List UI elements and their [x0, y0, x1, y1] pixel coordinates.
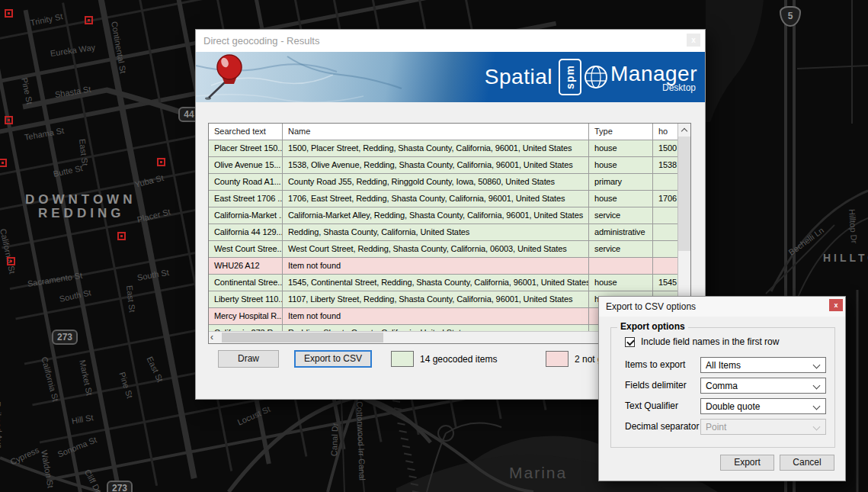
cell-name: Redding, Shasta County, California, Unit…: [283, 224, 589, 240]
dialog-title: Direct geocoding - Results: [203, 35, 319, 47]
table-row[interactable]: Placer Street 150... 1500, Placer Street…: [209, 140, 679, 157]
cell-searched: Mercy Hospital R...: [209, 308, 283, 324]
cell-type: [589, 258, 653, 274]
scroll-left-icon[interactable]: [210, 333, 221, 342]
map-street-label: DOWNTOWN: [25, 192, 136, 207]
draw-button[interactable]: Draw: [218, 350, 279, 368]
cell-type: service: [589, 241, 653, 257]
scroll-up-icon[interactable]: [678, 124, 690, 136]
table-row[interactable]: County Road A1... County Road J55, Reddi…: [209, 174, 679, 191]
cell-number: [653, 258, 679, 274]
cell-number: [653, 224, 679, 240]
chevron-down-icon: [813, 382, 821, 390]
table-row[interactable]: WHU26 A12 Item not found: [209, 258, 679, 275]
geocoded-point-marker[interactable]: [85, 16, 93, 24]
scrollbar-thumb[interactable]: [678, 137, 690, 251]
table-row[interactable]: California 44 129... Redding, Shasta Cou…: [209, 224, 679, 241]
geocoded-point-marker[interactable]: [7, 257, 15, 265]
road-shield-273: 273: [107, 481, 133, 492]
close-icon[interactable]: x: [829, 299, 843, 311]
cell-name: West Court Street, Redding, Shasta Count…: [283, 241, 589, 257]
cell-number: 1538: [653, 157, 679, 173]
text-qualifier-label: Text Qualifier: [625, 400, 678, 411]
cell-number: 1500: [653, 140, 679, 156]
include-field-names-checkbox[interactable]: [625, 337, 635, 347]
map-street-label: Canal Dr: [329, 423, 340, 456]
col-type[interactable]: Type: [589, 124, 653, 140]
fields-delimiter-select[interactable]: Comma: [700, 378, 826, 394]
table-row[interactable]: Continental Stree... 1545, Continental S…: [209, 275, 679, 291]
export-button[interactable]: Export: [720, 455, 774, 471]
cell-searched: WHU26 A12: [209, 258, 283, 274]
cell-number: [653, 207, 679, 223]
col-searched-text[interactable]: Searched text: [209, 124, 283, 140]
cell-searched: California-Market ...: [209, 207, 283, 223]
cell-name: 1538, Olive Avenue, Redding, Shasta Coun…: [283, 157, 589, 173]
cell-type: service: [589, 207, 653, 223]
export-to-csv-button[interactable]: Export to CSV: [294, 350, 372, 368]
cell-type: house: [589, 275, 653, 291]
chevron-down-icon: [813, 423, 821, 431]
cell-searched: Liberty Street 110...: [209, 291, 283, 307]
checkbox-label: Include field names in the first row: [641, 336, 779, 347]
geocoded-count-label: 14 geocoded items: [420, 354, 497, 365]
cell-number: [653, 174, 679, 190]
map-street-label: Marina: [509, 464, 567, 482]
spm-logo-box: spm: [559, 59, 581, 95]
geocoded-point-marker[interactable]: [117, 232, 126, 240]
text-qualifier-select[interactable]: Double quote: [700, 398, 826, 414]
cell-searched: Continental Stree...: [209, 275, 283, 291]
cell-name: 1107, Liberty Street, Redding, Shasta Co…: [283, 291, 589, 307]
cell-type: house: [589, 191, 653, 207]
dialog-titlebar[interactable]: Direct geocoding - Results x: [196, 30, 705, 52]
road-shield-273: 273: [52, 330, 78, 345]
cell-name: 1706, East Street, Redding, Shasta Count…: [283, 191, 589, 207]
spatial-manager-logo: Spatial spm Manager Desktop: [485, 59, 697, 95]
globe-icon: [583, 64, 609, 90]
items-to-export-select[interactable]: All Items: [700, 357, 826, 373]
cancel-button[interactable]: Cancel: [780, 455, 834, 471]
decimal-separator-label: Decimal separator: [625, 421, 699, 432]
geocoded-point-marker[interactable]: [157, 158, 165, 166]
cell-type: primary: [589, 174, 653, 190]
close-icon[interactable]: x: [687, 34, 700, 47]
export-options-group: Export options Include field names in th…: [610, 327, 835, 448]
table-row[interactable]: Olive Avenue 15... 1538, Olive Avenue, R…: [209, 157, 679, 174]
scrollbar-thumb[interactable]: [222, 333, 383, 342]
cell-searched: West Court Stree...: [209, 241, 283, 257]
table-row[interactable]: West Court Stree... West Court Street, R…: [209, 241, 679, 258]
col-house-number[interactable]: ho: [653, 124, 679, 140]
geocoded-point-marker[interactable]: [5, 116, 13, 124]
chevron-down-icon: [813, 403, 821, 410]
cell-searched: East Street 1706 ...: [209, 191, 283, 207]
cell-name: 1500, Placer Street, Redding, Shasta Cou…: [283, 140, 589, 156]
decimal-separator-select: Point: [700, 419, 826, 435]
include-field-names-row: Include field names in the first row: [625, 336, 779, 347]
map-street-label: REDDING: [38, 206, 124, 221]
cell-number: 1545: [653, 275, 679, 291]
cell-type: house: [589, 140, 653, 156]
cell-name: 1545, Continental Street, Redding, Shast…: [283, 275, 589, 291]
pushpin-icon: [205, 55, 242, 100]
geocoded-color-swatch: [391, 351, 414, 367]
col-name[interactable]: Name: [283, 124, 589, 140]
cell-number: [653, 241, 679, 257]
table-header[interactable]: Searched text Name Type ho: [209, 124, 690, 140]
dialog-title: Export to CSV options: [606, 301, 696, 312]
cell-searched: County Road A1...: [209, 174, 283, 190]
cell-type: house: [589, 157, 653, 173]
cell-name: Item not found: [283, 258, 589, 274]
table-row[interactable]: East Street 1706 ... 1706, East Street, …: [209, 191, 679, 207]
logo-manager-desktop: Manager Desktop: [610, 62, 697, 93]
cell-name: California-Market Alley, Redding, Shasta…: [283, 207, 589, 223]
dialog-titlebar[interactable]: Export to CSV options x: [599, 297, 845, 317]
table-row[interactable]: California-Market ... California-Market …: [209, 207, 679, 224]
cell-searched: Olive Avenue 15...: [209, 157, 283, 173]
screen: Trinity StEureka WayContinental StPine S…: [0, 0, 868, 492]
brand-banner: Spatial spm Manager Desktop: [196, 52, 705, 102]
logo-desktop: Desktop: [662, 82, 696, 93]
geocoded-point-marker[interactable]: [5, 9, 13, 18]
group-title: Export options: [617, 321, 688, 332]
export-csv-options-dialog: Export to CSV options x Export options I…: [598, 296, 846, 481]
geocoded-point-marker[interactable]: [0, 159, 7, 167]
